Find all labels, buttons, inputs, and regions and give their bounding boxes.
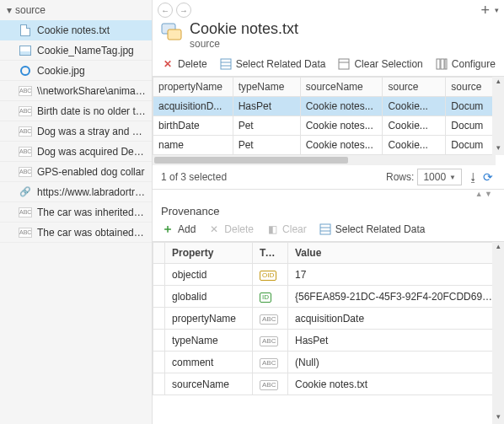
grid-col-header[interactable]: typeName [233, 78, 300, 97]
prov-add-button[interactable]: ＋Add [161, 223, 196, 236]
prov-col-header[interactable]: Value [288, 243, 504, 264]
record-subtitle: source [190, 38, 298, 50]
prov-row[interactable]: commentABC(Null) [153, 352, 504, 373]
row-handle[interactable] [153, 373, 165, 395]
grid-cell: acquisitionD... [153, 97, 233, 116]
provenance-title: Provenance [153, 198, 504, 223]
sidebar-header[interactable]: ▾ source [0, 0, 152, 20]
prov-property: globalid [165, 286, 253, 308]
selection-status: 1 of 3 selected [161, 171, 227, 183]
sidebar-item-label: Dog was a stray and was [37, 126, 147, 137]
prov-row[interactable]: objectidOID17 [153, 264, 504, 286]
prov-value[interactable]: acquisitionDate [288, 308, 504, 330]
sidebar-item-label: \\networkShare\animal ce [37, 85, 147, 97]
row-handle[interactable] [153, 352, 165, 373]
rows-dropdown[interactable]: 1000▼ [417, 169, 462, 185]
record-type-icon [161, 20, 185, 44]
delete-button[interactable]: ✕Delete [161, 57, 207, 71]
svg-rect-2 [221, 59, 231, 69]
nav-forward-button[interactable]: → [176, 3, 191, 18]
grid-row[interactable]: acquisitionD...HasPetCookie notes...Cook… [153, 97, 504, 116]
sidebar-item-label: The car was inherited from [37, 207, 147, 218]
add-dropdown-icon[interactable]: ▾ [495, 6, 499, 14]
sidebar-item[interactable]: ABCThe car was inherited from [0, 202, 152, 223]
svg-rect-8 [441, 59, 444, 69]
sidebar-item[interactable]: 🔗https://www.labradortrain [0, 182, 152, 202]
svg-rect-5 [339, 59, 349, 69]
sidebar-item-label: The car was obtained from [37, 227, 147, 239]
grid-hscrollbar[interactable] [153, 155, 496, 165]
sidebar-item[interactable]: Cookie_NameTag.jpg [0, 40, 152, 61]
prov-col-header[interactable]: Property [165, 243, 253, 264]
row-handle[interactable] [153, 286, 165, 308]
grid-header-row: propertyNametypeNamesourceNamesourcesour… [153, 78, 504, 97]
grid-row[interactable]: namePetCookie notes...Cookie...Docum [153, 136, 504, 155]
prov-property: typeName [165, 330, 253, 352]
caret-down-icon: ▼ [449, 174, 456, 181]
grid-toolbar: ✕Delete Select Related Data Clear Select… [153, 55, 504, 77]
row-handle[interactable] [153, 308, 165, 330]
prov-row[interactable]: propertyNameABCacquisitionDate [153, 308, 504, 330]
grid-cell: Pet [233, 116, 300, 136]
prov-value[interactable]: HasPet [288, 330, 504, 352]
refresh-button[interactable]: ⟳ [480, 169, 496, 185]
sidebar-item[interactable]: ABCBirth date is no older than [0, 101, 152, 121]
sidebar-item[interactable]: ABCThe car was obtained from [0, 223, 152, 243]
prov-value[interactable]: (Null) [288, 352, 504, 373]
prov-type: OID [253, 264, 288, 286]
prov-row[interactable]: typeNameABCHasPet [153, 330, 504, 352]
grid-cell: Cookie notes... [300, 116, 383, 136]
sidebar-item[interactable]: ABC\\networkShare\animal ce [0, 81, 152, 101]
chevron-down-icon: ▾ [5, 4, 13, 16]
row-handle[interactable] [153, 330, 165, 352]
grid-col-header[interactable]: propertyName [153, 78, 233, 97]
svg-rect-1 [168, 30, 181, 40]
prov-row[interactable]: sourceNameABCCookie notes.txt [153, 373, 504, 395]
grid-cell: Cookie... [383, 97, 446, 116]
panel-resize-grip[interactable]: ▲ ▼ [153, 190, 504, 198]
sidebar-item-label: Cookie.jpg [37, 65, 147, 77]
prov-header-row: PropertyTypeValue [153, 243, 504, 264]
grid-cell: birthDate [153, 116, 233, 136]
delete-icon: ✕ [161, 57, 174, 71]
record-title: Cookie notes.txt [190, 20, 298, 38]
grid-row[interactable]: birthDatePetCookie notes...Cookie...Docu… [153, 116, 504, 136]
sidebar-item[interactable]: Cookie notes.txt [0, 20, 152, 40]
prov-col-header[interactable]: Type [253, 243, 288, 264]
prov-vscrollbar[interactable]: ▴▾ [492, 242, 504, 424]
prov-type: ABC [253, 330, 288, 352]
configure-button[interactable]: Configure [435, 57, 496, 71]
sidebar-item[interactable]: ABCDog was acquired Dec 20 [0, 142, 152, 162]
grid-col-header[interactable]: sourceName [300, 78, 383, 97]
sidebar-item[interactable]: Cookie.jpg [0, 61, 152, 81]
provenance-wrap: PropertyTypeValueobjectidOID17globalidID… [153, 242, 504, 424]
add-button[interactable]: + [475, 2, 495, 19]
prov-value[interactable]: 17 [288, 264, 504, 286]
select-related-button[interactable]: Select Related Data [219, 57, 326, 71]
sidebar-item[interactable]: ABCDog was a stray and was [0, 121, 152, 142]
grid-cell: Cookie... [383, 136, 446, 155]
provenance-table[interactable]: PropertyTypeValueobjectidOID17globalidID… [153, 242, 504, 395]
prov-value[interactable]: {56FEA859-21DC-45F3-92F4-20FCDD69B60C} [288, 286, 504, 308]
row-handle[interactable] [153, 264, 165, 286]
nav-back-button[interactable]: ← [158, 3, 173, 18]
configure-icon [435, 57, 448, 71]
rows-label: Rows: [386, 171, 414, 183]
grid-wrap: propertyNametypeNamesourceNamesourcesour… [153, 77, 504, 155]
clear-selection-button[interactable]: Clear Selection [337, 57, 422, 71]
prov-row[interactable]: globalidID{56FEA859-21DC-45F3-92F4-20FCD… [153, 286, 504, 308]
source-sidebar: ▾ source Cookie notes.txtCookie_NameTag.… [0, 0, 153, 424]
download-button[interactable]: ⭳ [465, 169, 480, 185]
grid-col-header[interactable]: source [383, 78, 446, 97]
sidebar-item-label: Cookie notes.txt [37, 24, 147, 36]
prov-value[interactable]: Cookie notes.txt [288, 373, 504, 395]
sidebar-title: source [15, 4, 46, 16]
grid-cell: Cookie notes... [300, 97, 383, 116]
data-grid[interactable]: propertyNametypeNamesourceNamesourcesour… [153, 77, 504, 155]
sidebar-item[interactable]: ABCGPS-enabled dog collar [0, 162, 152, 182]
prov-type: ABC [253, 308, 288, 330]
sidebar-item-label: https://www.labradortrain [37, 186, 147, 198]
sidebar-item-label: Birth date is no older than [37, 105, 147, 117]
grid-vscrollbar[interactable]: ▴▾ [492, 77, 504, 155]
prov-select-related-button[interactable]: Select Related Data [319, 223, 426, 236]
